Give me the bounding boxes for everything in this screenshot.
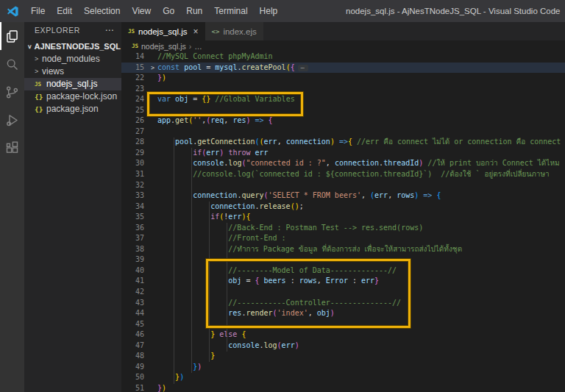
code-line-25[interactable]: 25 [121,105,565,116]
code-line-49[interactable]: 49 }) [121,362,565,373]
sidebar-item-views[interactable]: >views [24,65,121,78]
code-line-30[interactable]: 30 console.log("connected id : ?", conne… [121,158,565,169]
fold-chevron-icon[interactable]: > [148,63,157,74]
sidebar-item-package.json[interactable]: {}package.json [24,103,121,115]
window-title: nodejs_sql.js - AjNesTNodeJS_SQL - Visua… [346,0,561,22]
indent [157,245,228,253]
code-line-48[interactable]: 48 } [121,351,565,362]
line-number: 43 [121,298,148,309]
line-number: 23 [121,84,148,95]
code-line-38[interactable]: 38 //ทำการ Package ข้อมูล ที่ต้องการส่ง … [121,244,565,255]
code-text [157,84,565,95]
code-line-28[interactable]: 28 pool.getConnection((err, connection) … [121,137,565,148]
code-token: mysql [215,63,237,71]
activity-source-control-icon[interactable] [0,78,24,106]
code-line-50[interactable]: 50 }) [121,372,565,383]
code-line-35[interactable]: 35 if(!err){ [121,212,565,223]
code-line-24[interactable]: 24var obj = {} //Global Variables [121,94,565,105]
tab-nodejs_sql.js[interactable]: JSnodejs_sql.js× [121,22,205,40]
code-text: app.get('',(req, res) => { [157,115,565,126]
code-token: err [374,191,388,199]
code-line-45[interactable]: 45 [121,319,565,330]
line-number: 32 [121,180,148,191]
code-line-14[interactable]: 14//MySQL Connect phpMyAdmin [121,51,565,63]
code-line-40[interactable]: 40 //--------Model of Data-------------/… [121,266,565,277]
fold-gutter [148,180,157,191]
code-line-46[interactable]: 46 } else { [121,329,565,341]
breadcrumb[interactable]: JS nodejs_sql.js › … [121,40,565,51]
fold-gutter [148,212,157,223]
code-token: } [374,277,379,285]
indent-guide [191,148,192,373]
indent [157,170,193,178]
code-line-47[interactable]: 47 console.log(err) [121,341,565,352]
indent [157,352,210,360]
menu-terminal[interactable]: Terminal [208,0,253,22]
code-line-34[interactable]: 34 connection.release(); [121,202,565,213]
code-line-41[interactable]: 41 obj = { beers : rows, Error : err} [121,276,565,287]
run-debug-icon [4,113,20,128]
breadcrumb-more[interactable]: … [194,42,202,51]
code-line-42[interactable]: 42 [121,287,565,298]
code-line-37[interactable]: 37 //Front-End : [121,233,565,244]
code-token: log [228,159,241,167]
sidebar-item-package-lock.json[interactable]: {}package-lock.json [24,90,121,103]
code-line-32[interactable]: 32 [121,180,565,191]
code-token: () [291,202,299,210]
activity-run-debug-icon[interactable] [0,106,24,134]
menu-edit[interactable]: Edit [51,0,78,22]
code-token: err [228,213,241,221]
code-line-36[interactable]: 36 //Back-End : Postman Test --> res.sen… [121,223,565,234]
editor-group: JSnodejs_sql.js×<>index.ejs JS nodejs_sq… [121,22,565,392]
sidebar-item-nodejs_sql.js[interactable]: JSnodejs_sql.js [24,78,121,90]
code-line-39[interactable]: 39 [121,254,565,266]
code-text: } [157,351,565,362]
code-token: : [348,277,361,285]
json-file-icon: {} [35,103,46,115]
sidebar-header-label: EXPLORER [35,22,80,38]
code-line-51[interactable]: 51}) [121,383,565,392]
activity-extensions-icon[interactable] [0,134,24,162]
more-actions-icon[interactable]: ⋯ [104,22,114,38]
sidebar-item-node_modules[interactable]: >node_modules [24,53,121,65]
line-number: 26 [121,115,148,126]
breadcrumb-file[interactable]: nodejs_sql.js [141,42,186,51]
code-text: //console.log(`connected id : ${connecti… [157,169,565,180]
menu-file[interactable]: File [25,0,51,22]
file-tree: >node_modules>viewsJSnodejs_sql.js{}pack… [24,53,121,115]
code-line-22[interactable]: 22}) [121,73,565,84]
line-number: 42 [121,287,148,298]
code-line-27[interactable]: 27 [121,126,565,138]
activity-explorer-icon[interactable] [0,22,24,50]
code-editor[interactable]: 14//MySQL Connect phpMyAdmin15>const poo… [121,51,565,392]
file-label: package.json [46,103,99,115]
code-line-33[interactable]: 33 connection.query('SELECT * FROM beers… [121,190,565,202]
line-number: 38 [121,244,148,255]
fold-gutter [148,362,157,373]
menu-run[interactable]: Run [180,0,208,22]
code-line-15[interactable]: 15>const pool = mysql.createPool({⋯ [121,63,565,74]
code-text: //MySQL Connect phpMyAdmin [157,51,565,63]
code-line-44[interactable]: 44 res.render('index', obj) [121,308,565,319]
tab-index.ejs[interactable]: <>index.ejs [205,22,263,40]
code-line-26[interactable]: 26app.get('',(req, res) => { [121,115,565,126]
code-line-31[interactable]: 31 //console.log(`connected id : ${conne… [121,169,565,180]
indent-guide [227,223,227,352]
sidebar-item-root-folder[interactable]: ∨ AJNESTNODEJS_SQL [24,40,121,53]
code-token: pool [184,63,202,71]
code-token: Error [326,277,348,285]
menu-view[interactable]: View [126,0,157,22]
code-token: rows [299,277,317,285]
menu-selection[interactable]: Selection [78,0,126,22]
code-token: release [260,202,291,210]
code-line-29[interactable]: 29 if(err) throw err [121,148,565,159]
menu-help[interactable]: Help [254,0,284,22]
code-token: console [193,159,224,167]
close-icon[interactable]: × [193,26,199,37]
code-line-43[interactable]: 43 //-----------Controller--------------… [121,298,565,309]
fold-gutter [148,308,157,319]
menu-go[interactable]: Go [157,0,180,22]
indent [157,373,175,381]
code-line-23[interactable]: 23 [121,84,565,95]
activity-search-icon[interactable] [0,50,24,78]
